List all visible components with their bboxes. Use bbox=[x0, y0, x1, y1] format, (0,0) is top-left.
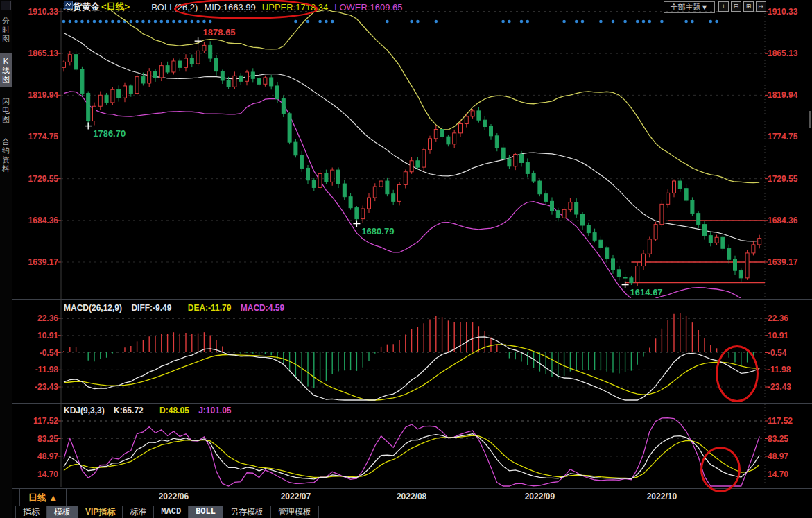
macd-bar-value: MACD:4.59 bbox=[241, 303, 284, 313]
boll-upper-value: UPPER:1718.34 bbox=[262, 2, 328, 12]
kdj-axis-label: 117.52 bbox=[768, 416, 811, 426]
macd-axis-label: -23.43 bbox=[17, 382, 58, 392]
price-axis-label: 1684.36 bbox=[17, 216, 58, 225]
period-selector[interactable]: 日线 ▲ bbox=[19, 489, 67, 506]
kdj-k-value: K:65.72 bbox=[114, 406, 144, 415]
macd-axis-label: -11.98 bbox=[768, 365, 811, 374]
month-label: 2022/07 bbox=[281, 492, 311, 501]
page-forward-icon[interactable]: ↦ bbox=[756, 1, 766, 12]
tab-VIP指标[interactable]: VIP指标 bbox=[78, 506, 123, 518]
price-axis-label: 1865.13 bbox=[17, 49, 58, 58]
svg-text:1680.79: 1680.79 bbox=[361, 226, 394, 236]
tab-指标[interactable]: 指标 bbox=[15, 506, 47, 518]
chart-header: 现货黄金<日线> BOLL(26,2) MID:1663.99 UPPER:17… bbox=[64, 1, 403, 13]
kdj-axis-label: 48.97 bbox=[17, 451, 58, 461]
price-axis-label: 1684.36 bbox=[768, 216, 811, 225]
expand-bars-icon[interactable]: ⊞ bbox=[743, 1, 754, 12]
sidebar-item-K线图[interactable]: K线图 bbox=[0, 53, 12, 87]
kdj-axis-label: 83.25 bbox=[768, 434, 811, 444]
app-window: 1878.651786.701680.791614.67 现货黄金<日线> BO… bbox=[0, 0, 812, 518]
sidebar: 分时图K线图闪电图合约资料 bbox=[0, 0, 12, 518]
tab-BOLL[interactable]: BOLL bbox=[189, 506, 223, 518]
price-axis-label: 1729.55 bbox=[17, 174, 58, 184]
price-axis-label: 1639.17 bbox=[768, 257, 811, 267]
price-axis-label: 1819.94 bbox=[17, 90, 58, 100]
svg-text:1786.70: 1786.70 bbox=[93, 128, 126, 139]
price-axis-label: 1865.13 bbox=[768, 49, 811, 58]
tab-标准[interactable]: 标准 bbox=[123, 506, 154, 518]
kdj-plot bbox=[64, 418, 759, 486]
kdj-axis-label: 14.70 bbox=[768, 469, 811, 479]
month-label: 2022/08 bbox=[397, 492, 426, 501]
kdj-d-value: D:48.05 bbox=[159, 406, 189, 415]
price-axis-label: 1639.17 bbox=[17, 257, 58, 267]
macd-axis-label: -11.98 bbox=[17, 365, 58, 374]
macd-axis-label: 22.36 bbox=[17, 313, 58, 323]
month-label: 2022/10 bbox=[647, 492, 677, 501]
kdj-axis-label: 83.25 bbox=[17, 434, 58, 444]
kdj-header: KDJ(9,3,3) K:65.72 D:48.05 J:101.05 bbox=[64, 406, 239, 415]
compress-bars-icon[interactable]: ⊟ bbox=[731, 1, 741, 12]
macd-axis-label: 22.36 bbox=[768, 313, 811, 323]
period-tag[interactable]: <日线> bbox=[101, 1, 130, 13]
svg-text:1614.67: 1614.67 bbox=[630, 287, 663, 297]
chart-canvas[interactable]: 1878.651786.701680.791614.67 bbox=[0, 0, 812, 518]
extreme-markers: 1878.651786.701680.791614.67 bbox=[85, 27, 662, 297]
crosshair-icon[interactable]: + bbox=[718, 1, 729, 12]
price-axis-label: 1819.94 bbox=[768, 90, 811, 100]
tab-管理模板[interactable]: 管理模板 bbox=[271, 506, 319, 518]
kdj-axis-label: 48.97 bbox=[768, 451, 811, 461]
svg-text:1878.65: 1878.65 bbox=[203, 27, 236, 37]
price-axis-label: 1774.75 bbox=[768, 132, 811, 141]
sidebar-item-分时图[interactable]: 分时图 bbox=[0, 13, 12, 47]
price-axis-label: 1729.55 bbox=[768, 174, 811, 184]
price-axis-label: 1774.75 bbox=[17, 132, 58, 141]
support-lines[interactable] bbox=[625, 221, 765, 283]
bottom-tab-bar: 指标模板VIP指标标准MACDBOLL另存模板管理模板 bbox=[12, 506, 812, 518]
month-label: 2022/06 bbox=[159, 492, 189, 501]
macd-title[interactable]: MACD(26,12,9) bbox=[64, 303, 122, 313]
macd-axis-label: 10.91 bbox=[768, 331, 811, 340]
month-label: 2022/09 bbox=[525, 492, 555, 501]
tab-模板[interactable]: 模板 bbox=[47, 506, 78, 518]
sidebar-item-合约资料[interactable]: 合约资料 bbox=[0, 134, 12, 177]
tab-另存模板[interactable]: 另存模板 bbox=[223, 506, 271, 518]
sidebar-item-闪电图[interactable]: 闪电图 bbox=[0, 94, 12, 128]
macd-header: MACD(26,12,9) DIFF:-9.49 DEA:-11.79 MACD… bbox=[64, 303, 291, 313]
kdj-title[interactable]: KDJ(9,3,3) bbox=[64, 406, 105, 415]
indicator-title[interactable]: BOLL(26,2) bbox=[151, 2, 198, 12]
macd-diff-value: DIFF:-9.49 bbox=[131, 303, 171, 313]
macd-axis-label: -0.54 bbox=[17, 348, 58, 358]
macd-axis-label: 10.91 bbox=[17, 331, 58, 340]
macd-axis-label: -0.54 bbox=[768, 348, 811, 358]
kdj-axis-label: 117.52 bbox=[17, 416, 58, 426]
bollinger-bands bbox=[64, 0, 759, 302]
boll-lower-value: LOWER:1609.65 bbox=[334, 2, 402, 12]
app-logo-icon bbox=[1, 1, 11, 10]
theme-dropdown[interactable]: 全部主题▼ bbox=[664, 1, 715, 13]
price-axis-label: 1910.33 bbox=[17, 7, 58, 17]
price-axis-label: 1910.33 bbox=[768, 7, 811, 17]
kdj-j-value: J:101.05 bbox=[198, 406, 231, 415]
macd-axis-label: -23.43 bbox=[768, 382, 811, 392]
time-axis-row: 日线 ▲ 2022/062022/072022/082022/092022/10 bbox=[12, 488, 812, 506]
boll-mid-value: MID:1663.99 bbox=[204, 2, 255, 12]
kline-icon bbox=[136, 3, 145, 11]
signal-dots-row bbox=[62, 20, 718, 24]
scrollbar-thumb[interactable] bbox=[809, 111, 811, 128]
tab-MACD[interactable]: MACD bbox=[154, 506, 189, 518]
kdj-axis-label: 14.70 bbox=[17, 469, 58, 479]
macd-dea-value: DEA:-11.79 bbox=[188, 303, 232, 313]
toolbar: +⊟⊞↦ bbox=[718, 1, 766, 12]
